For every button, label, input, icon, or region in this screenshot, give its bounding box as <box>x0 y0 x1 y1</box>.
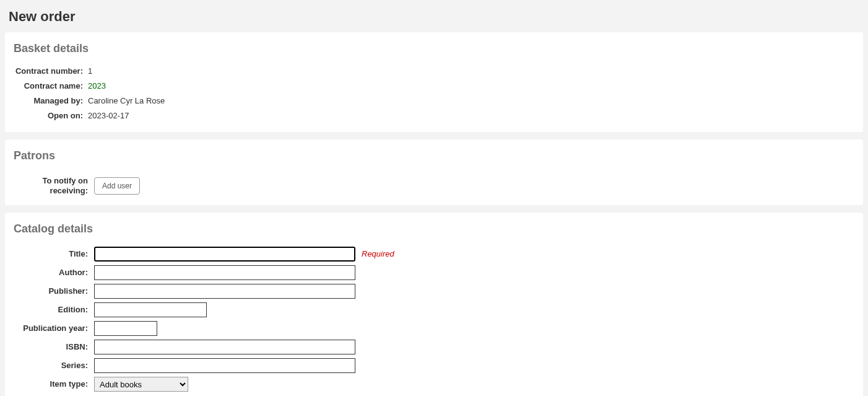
isbn-input[interactable] <box>94 340 355 354</box>
publisher-row: Publisher: <box>14 284 854 299</box>
edition-input[interactable] <box>94 302 207 317</box>
page-title: New order <box>9 9 863 25</box>
managed-by-row: Managed by: Caroline Cyr La Rose <box>14 94 854 107</box>
contract-name-row: Contract name: 2023 <box>14 79 854 92</box>
item-type-label: Item type: <box>14 379 94 389</box>
patrons-panel: Patrons To notify on receiving: Add user <box>5 139 863 205</box>
edition-row: Edition: <box>14 302 854 317</box>
required-text: Required <box>362 249 394 258</box>
managed-by-label: Managed by: <box>14 96 88 105</box>
series-label: Series: <box>14 361 94 370</box>
isbn-row: ISBN: <box>14 340 854 354</box>
title-row: Title: Required <box>14 247 854 262</box>
publisher-label: Publisher: <box>14 286 94 296</box>
contract-name-link[interactable]: 2023 <box>88 81 106 90</box>
contract-name-label: Contract name: <box>14 81 88 90</box>
contract-number-value: 1 <box>88 66 92 76</box>
catalog-details-legend: Catalog details <box>14 219 854 239</box>
patrons-legend: Patrons <box>14 146 854 166</box>
basket-details-legend: Basket details <box>14 38 854 59</box>
title-input[interactable] <box>94 247 355 262</box>
notify-on-receiving-label: To notify on receiving: <box>14 176 94 196</box>
notify-on-receiving-row: To notify on receiving: Add user <box>14 176 854 196</box>
author-input[interactable] <box>94 265 355 280</box>
open-on-value: 2023-02-17 <box>88 111 129 120</box>
publication-year-label: Publication year: <box>14 323 94 333</box>
catalog-details-panel: Catalog details Title: Required Author: … <box>5 213 863 397</box>
publisher-input[interactable] <box>94 284 355 299</box>
add-user-button[interactable]: Add user <box>94 177 140 195</box>
series-input[interactable] <box>94 358 355 373</box>
edition-label: Edition: <box>14 305 94 314</box>
contract-number-label: Contract number: <box>14 66 88 76</box>
basket-details-panel: Basket details Contract number: 1 Contra… <box>5 32 863 132</box>
author-row: Author: <box>14 265 854 280</box>
isbn-label: ISBN: <box>14 342 94 351</box>
managed-by-value: Caroline Cyr La Rose <box>88 96 165 105</box>
author-label: Author: <box>14 268 94 277</box>
publication-year-input[interactable] <box>94 321 157 336</box>
series-row: Series: <box>14 358 854 373</box>
publication-year-row: Publication year: <box>14 321 854 336</box>
open-on-label: Open on: <box>14 111 88 120</box>
item-type-select[interactable]: Adult books <box>94 377 188 392</box>
title-label: Title: <box>14 249 94 258</box>
open-on-row: Open on: 2023-02-17 <box>14 108 854 122</box>
contract-number-row: Contract number: 1 <box>14 64 854 77</box>
item-type-row: Item type: Adult books <box>14 377 854 392</box>
